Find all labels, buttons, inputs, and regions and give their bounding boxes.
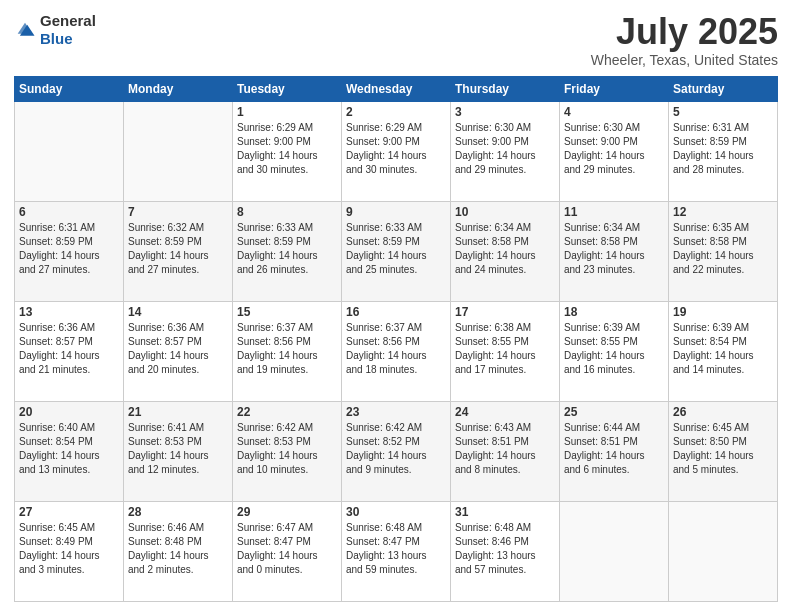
calendar-cell: 30Sunrise: 6:48 AM Sunset: 8:47 PM Dayli… bbox=[342, 501, 451, 601]
day-info: Sunrise: 6:34 AM Sunset: 8:58 PM Dayligh… bbox=[564, 221, 664, 277]
day-info: Sunrise: 6:39 AM Sunset: 8:55 PM Dayligh… bbox=[564, 321, 664, 377]
header: General Blue July 2025 Wheeler, Texas, U… bbox=[14, 12, 778, 68]
calendar-cell: 7Sunrise: 6:32 AM Sunset: 8:59 PM Daylig… bbox=[124, 201, 233, 301]
page: General Blue July 2025 Wheeler, Texas, U… bbox=[0, 0, 792, 612]
calendar-cell: 26Sunrise: 6:45 AM Sunset: 8:50 PM Dayli… bbox=[669, 401, 778, 501]
calendar-cell: 24Sunrise: 6:43 AM Sunset: 8:51 PM Dayli… bbox=[451, 401, 560, 501]
day-info: Sunrise: 6:34 AM Sunset: 8:58 PM Dayligh… bbox=[455, 221, 555, 277]
day-info: Sunrise: 6:36 AM Sunset: 8:57 PM Dayligh… bbox=[19, 321, 119, 377]
day-number: 8 bbox=[237, 205, 337, 219]
day-info: Sunrise: 6:42 AM Sunset: 8:53 PM Dayligh… bbox=[237, 421, 337, 477]
day-number: 22 bbox=[237, 405, 337, 419]
calendar-cell: 10Sunrise: 6:34 AM Sunset: 8:58 PM Dayli… bbox=[451, 201, 560, 301]
day-number: 1 bbox=[237, 105, 337, 119]
day-number: 18 bbox=[564, 305, 664, 319]
day-number: 27 bbox=[19, 505, 119, 519]
day-number: 15 bbox=[237, 305, 337, 319]
day-number: 24 bbox=[455, 405, 555, 419]
calendar-cell: 25Sunrise: 6:44 AM Sunset: 8:51 PM Dayli… bbox=[560, 401, 669, 501]
calendar-cell: 19Sunrise: 6:39 AM Sunset: 8:54 PM Dayli… bbox=[669, 301, 778, 401]
day-info: Sunrise: 6:30 AM Sunset: 9:00 PM Dayligh… bbox=[564, 121, 664, 177]
day-number: 3 bbox=[455, 105, 555, 119]
day-info: Sunrise: 6:42 AM Sunset: 8:52 PM Dayligh… bbox=[346, 421, 446, 477]
calendar-cell: 31Sunrise: 6:48 AM Sunset: 8:46 PM Dayli… bbox=[451, 501, 560, 601]
day-number: 4 bbox=[564, 105, 664, 119]
calendar-week-row: 20Sunrise: 6:40 AM Sunset: 8:54 PM Dayli… bbox=[15, 401, 778, 501]
calendar-week-row: 6Sunrise: 6:31 AM Sunset: 8:59 PM Daylig… bbox=[15, 201, 778, 301]
calendar-cell: 17Sunrise: 6:38 AM Sunset: 8:55 PM Dayli… bbox=[451, 301, 560, 401]
day-info: Sunrise: 6:46 AM Sunset: 8:48 PM Dayligh… bbox=[128, 521, 228, 577]
day-number: 31 bbox=[455, 505, 555, 519]
calendar-cell: 2Sunrise: 6:29 AM Sunset: 9:00 PM Daylig… bbox=[342, 101, 451, 201]
day-info: Sunrise: 6:29 AM Sunset: 9:00 PM Dayligh… bbox=[237, 121, 337, 177]
calendar-cell: 22Sunrise: 6:42 AM Sunset: 8:53 PM Dayli… bbox=[233, 401, 342, 501]
calendar-cell: 3Sunrise: 6:30 AM Sunset: 9:00 PM Daylig… bbox=[451, 101, 560, 201]
calendar-cell: 16Sunrise: 6:37 AM Sunset: 8:56 PM Dayli… bbox=[342, 301, 451, 401]
calendar-cell: 23Sunrise: 6:42 AM Sunset: 8:52 PM Dayli… bbox=[342, 401, 451, 501]
weekday-header-row: SundayMondayTuesdayWednesdayThursdayFrid… bbox=[15, 76, 778, 101]
day-info: Sunrise: 6:36 AM Sunset: 8:57 PM Dayligh… bbox=[128, 321, 228, 377]
calendar-cell: 28Sunrise: 6:46 AM Sunset: 8:48 PM Dayli… bbox=[124, 501, 233, 601]
day-info: Sunrise: 6:37 AM Sunset: 8:56 PM Dayligh… bbox=[346, 321, 446, 377]
day-info: Sunrise: 6:44 AM Sunset: 8:51 PM Dayligh… bbox=[564, 421, 664, 477]
location: Wheeler, Texas, United States bbox=[591, 52, 778, 68]
calendar-cell: 15Sunrise: 6:37 AM Sunset: 8:56 PM Dayli… bbox=[233, 301, 342, 401]
calendar-cell bbox=[560, 501, 669, 601]
day-info: Sunrise: 6:41 AM Sunset: 8:53 PM Dayligh… bbox=[128, 421, 228, 477]
calendar-cell: 29Sunrise: 6:47 AM Sunset: 8:47 PM Dayli… bbox=[233, 501, 342, 601]
day-number: 11 bbox=[564, 205, 664, 219]
calendar-cell: 4Sunrise: 6:30 AM Sunset: 9:00 PM Daylig… bbox=[560, 101, 669, 201]
day-info: Sunrise: 6:38 AM Sunset: 8:55 PM Dayligh… bbox=[455, 321, 555, 377]
weekday-header: Saturday bbox=[669, 76, 778, 101]
day-number: 20 bbox=[19, 405, 119, 419]
calendar-cell: 8Sunrise: 6:33 AM Sunset: 8:59 PM Daylig… bbox=[233, 201, 342, 301]
day-number: 30 bbox=[346, 505, 446, 519]
logo-blue: Blue bbox=[40, 30, 73, 47]
weekday-header: Thursday bbox=[451, 76, 560, 101]
day-info: Sunrise: 6:48 AM Sunset: 8:47 PM Dayligh… bbox=[346, 521, 446, 577]
title-block: July 2025 Wheeler, Texas, United States bbox=[591, 12, 778, 68]
day-number: 2 bbox=[346, 105, 446, 119]
calendar-cell: 14Sunrise: 6:36 AM Sunset: 8:57 PM Dayli… bbox=[124, 301, 233, 401]
calendar-cell bbox=[669, 501, 778, 601]
day-info: Sunrise: 6:37 AM Sunset: 8:56 PM Dayligh… bbox=[237, 321, 337, 377]
weekday-header: Friday bbox=[560, 76, 669, 101]
day-number: 12 bbox=[673, 205, 773, 219]
calendar-cell: 5Sunrise: 6:31 AM Sunset: 8:59 PM Daylig… bbox=[669, 101, 778, 201]
day-info: Sunrise: 6:39 AM Sunset: 8:54 PM Dayligh… bbox=[673, 321, 773, 377]
day-info: Sunrise: 6:35 AM Sunset: 8:58 PM Dayligh… bbox=[673, 221, 773, 277]
day-number: 6 bbox=[19, 205, 119, 219]
day-info: Sunrise: 6:48 AM Sunset: 8:46 PM Dayligh… bbox=[455, 521, 555, 577]
day-number: 7 bbox=[128, 205, 228, 219]
day-info: Sunrise: 6:45 AM Sunset: 8:49 PM Dayligh… bbox=[19, 521, 119, 577]
calendar-cell: 21Sunrise: 6:41 AM Sunset: 8:53 PM Dayli… bbox=[124, 401, 233, 501]
weekday-header: Wednesday bbox=[342, 76, 451, 101]
day-info: Sunrise: 6:31 AM Sunset: 8:59 PM Dayligh… bbox=[673, 121, 773, 177]
day-info: Sunrise: 6:29 AM Sunset: 9:00 PM Dayligh… bbox=[346, 121, 446, 177]
calendar-cell bbox=[15, 101, 124, 201]
logo: General Blue bbox=[14, 12, 96, 48]
calendar-cell: 18Sunrise: 6:39 AM Sunset: 8:55 PM Dayli… bbox=[560, 301, 669, 401]
calendar-week-row: 27Sunrise: 6:45 AM Sunset: 8:49 PM Dayli… bbox=[15, 501, 778, 601]
weekday-header: Monday bbox=[124, 76, 233, 101]
calendar-body: 1Sunrise: 6:29 AM Sunset: 9:00 PM Daylig… bbox=[15, 101, 778, 601]
day-info: Sunrise: 6:32 AM Sunset: 8:59 PM Dayligh… bbox=[128, 221, 228, 277]
day-number: 10 bbox=[455, 205, 555, 219]
calendar-cell: 20Sunrise: 6:40 AM Sunset: 8:54 PM Dayli… bbox=[15, 401, 124, 501]
day-info: Sunrise: 6:31 AM Sunset: 8:59 PM Dayligh… bbox=[19, 221, 119, 277]
calendar-cell: 11Sunrise: 6:34 AM Sunset: 8:58 PM Dayli… bbox=[560, 201, 669, 301]
calendar-cell bbox=[124, 101, 233, 201]
day-number: 19 bbox=[673, 305, 773, 319]
day-number: 17 bbox=[455, 305, 555, 319]
day-info: Sunrise: 6:30 AM Sunset: 9:00 PM Dayligh… bbox=[455, 121, 555, 177]
day-number: 28 bbox=[128, 505, 228, 519]
calendar-cell: 6Sunrise: 6:31 AM Sunset: 8:59 PM Daylig… bbox=[15, 201, 124, 301]
calendar-cell: 27Sunrise: 6:45 AM Sunset: 8:49 PM Dayli… bbox=[15, 501, 124, 601]
day-number: 9 bbox=[346, 205, 446, 219]
day-info: Sunrise: 6:43 AM Sunset: 8:51 PM Dayligh… bbox=[455, 421, 555, 477]
weekday-header: Sunday bbox=[15, 76, 124, 101]
calendar-cell: 13Sunrise: 6:36 AM Sunset: 8:57 PM Dayli… bbox=[15, 301, 124, 401]
month-title: July 2025 bbox=[591, 12, 778, 52]
day-info: Sunrise: 6:47 AM Sunset: 8:47 PM Dayligh… bbox=[237, 521, 337, 577]
day-number: 21 bbox=[128, 405, 228, 419]
